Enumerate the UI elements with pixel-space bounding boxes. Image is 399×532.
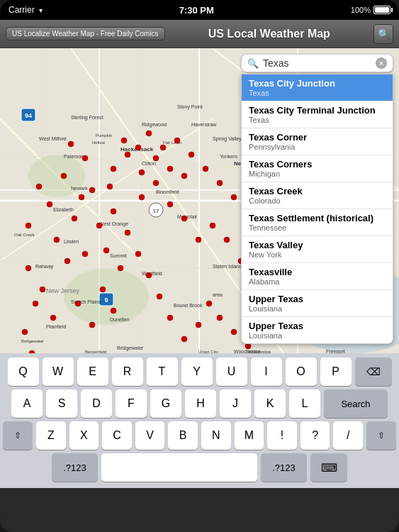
key-x[interactable]: X — [69, 421, 99, 450]
wifi-icon: ▾ — [39, 6, 43, 14]
result-item-0[interactable]: Texas City JunctionTexas — [242, 74, 393, 101]
key-e[interactable]: E — [77, 358, 108, 386]
key-z[interactable]: Z — [36, 421, 66, 450]
key-k[interactable]: K — [254, 389, 286, 418]
key-b[interactable]: B — [168, 421, 198, 450]
result-item-6[interactable]: Texas ValleyNew York — [242, 236, 393, 263]
search-clear-button[interactable]: × — [376, 57, 387, 69]
key-num-left[interactable]: .?123 — [52, 453, 98, 482]
key-exclaim[interactable]: ! — [267, 421, 297, 450]
svg-text:94: 94 — [25, 112, 32, 119]
key-g[interactable]: G — [150, 389, 181, 418]
keyboard-row-3: ⇧ Z X C V B N M ! ? / ⇧ — [3, 421, 396, 450]
key-space[interactable] — [101, 453, 257, 482]
key-delete[interactable]: ⌫ — [355, 358, 392, 386]
status-left: Carrier ▾ — [9, 5, 43, 15]
key-a[interactable]: A — [11, 389, 43, 418]
key-v[interactable]: V — [135, 421, 165, 450]
battery-icon — [373, 6, 390, 14]
battery-label: 100% — [351, 6, 371, 14]
svg-text:New Jersey: New Jersey — [46, 287, 80, 294]
key-question[interactable]: ? — [300, 421, 330, 450]
search-query[interactable]: Texas — [263, 57, 371, 69]
svg-text:Sterling Forest: Sterling Forest — [71, 115, 103, 121]
key-d[interactable]: D — [81, 389, 112, 418]
result-name-2: Texas Corner — [249, 132, 386, 143]
result-name-5: Texas Settlement (historical) — [249, 213, 386, 223]
key-c[interactable]: C — [102, 421, 132, 450]
key-s[interactable]: S — [46, 389, 77, 418]
svg-text:Union City: Union City — [198, 350, 218, 353]
svg-text:Summit: Summit — [110, 253, 127, 258]
key-search[interactable]: Search — [324, 389, 388, 418]
result-item-1[interactable]: Texas City Terminal JunctionTexas — [242, 101, 393, 128]
key-u[interactable]: U — [216, 358, 247, 386]
svg-text:West Orange: West Orange — [99, 221, 128, 227]
svg-point-19 — [28, 155, 85, 197]
svg-text:Elizabeth: Elizabeth — [53, 207, 74, 212]
key-r[interactable]: R — [112, 358, 143, 386]
svg-text:Westfield: Westfield — [142, 271, 162, 276]
svg-text:Linden: Linden — [64, 239, 79, 244]
key-f[interactable]: F — [116, 389, 147, 418]
key-j[interactable]: J — [220, 389, 251, 418]
search-results-list: Texas City JunctionTexasTexas City Termi… — [241, 74, 393, 344]
key-i[interactable]: I — [251, 358, 282, 386]
svg-text:Newark: Newark — [71, 186, 88, 191]
result-sub-8: Louisiana — [249, 304, 386, 313]
key-m[interactable]: M — [235, 421, 264, 450]
key-h[interactable]: H — [185, 389, 216, 418]
search-box[interactable]: 🔍 Texas × — [241, 54, 393, 72]
result-sub-9: Louisiana — [249, 331, 386, 340]
key-slash[interactable]: / — [333, 421, 363, 450]
svg-text:Pumpkin: Pumpkin — [96, 133, 112, 138]
key-y[interactable]: Y — [181, 358, 213, 386]
nav-bar: US Localize Weather Map - Free Daily Com… — [0, 20, 399, 48]
search-glass-icon: 🔍 — [247, 58, 259, 69]
keyboard-row-4: .?123 .?123 ⌨ — [3, 453, 396, 482]
result-item-5[interactable]: Texas Settlement (historical)Tennessee — [242, 209, 393, 236]
result-name-1: Texas City Terminal Junction — [249, 105, 386, 116]
result-sub-5: Tennessee — [249, 223, 386, 232]
key-p[interactable]: P — [320, 358, 352, 386]
svg-text:Spring Valley: Spring Valley — [213, 136, 242, 142]
key-q[interactable]: Q — [8, 358, 39, 386]
status-right: 100% — [351, 6, 390, 14]
back-button[interactable]: US Localize Weather Map - Free Daily Com… — [6, 27, 165, 40]
svg-text:17: 17 — [153, 208, 159, 214]
keyboard-row-1: Q W E R T Y U I O P ⌫ — [3, 358, 396, 386]
key-emoji[interactable]: ⌨ — [310, 453, 347, 482]
svg-text:Ridgewood: Ridgewood — [142, 122, 167, 128]
svg-text:Hollow: Hollow — [92, 140, 106, 145]
map-area[interactable]: 94 9 17 Hackensack Nyack New City Suffer… — [0, 48, 399, 353]
svg-text:9: 9 — [104, 297, 108, 304]
result-item-7[interactable]: TexasvilleAlabama — [242, 263, 393, 290]
result-name-0: Texas City Junction — [249, 78, 386, 89]
svg-text:Bloomfield: Bloomfield — [156, 189, 179, 194]
svg-text:Paterson: Paterson — [64, 154, 84, 159]
svg-text:area: area — [213, 292, 223, 297]
result-name-8: Upper Texas — [249, 294, 386, 304]
time-display: 7:30 PM — [179, 5, 214, 16]
key-shift-right[interactable]: ⇧ — [366, 421, 396, 450]
key-o[interactable]: O — [286, 358, 317, 386]
result-item-9[interactable]: Upper TexasLouisiana — [242, 317, 393, 343]
nav-search-icon[interactable]: 🔍 — [373, 24, 393, 44]
key-num-right[interactable]: .?123 — [261, 453, 307, 482]
svg-text:Bridgewater: Bridgewater — [117, 345, 144, 351]
result-sub-7: Alabama — [249, 277, 386, 286]
svg-text:Stony Point: Stony Point — [177, 104, 203, 110]
svg-text:Woodbridge: Woodbridge — [248, 350, 271, 353]
svg-text:Staten Island: Staten Island — [213, 264, 242, 269]
key-n[interactable]: N — [201, 421, 231, 450]
key-l[interactable]: L — [289, 389, 320, 418]
result-item-3[interactable]: Texas CornersMichigan — [242, 155, 393, 182]
key-shift[interactable]: ⇧ — [3, 421, 33, 450]
status-bar: Carrier ▾ 7:30 PM 100% — [0, 0, 399, 20]
result-item-8[interactable]: Upper TexasLouisiana — [242, 290, 393, 317]
svg-text:Scotch Plains: Scotch Plains — [71, 299, 101, 304]
key-w[interactable]: W — [43, 358, 74, 386]
key-t[interactable]: T — [147, 358, 178, 386]
result-item-2[interactable]: Texas CornerPennsylvania — [242, 128, 393, 155]
result-item-4[interactable]: Texas CreekColorado — [242, 182, 393, 209]
